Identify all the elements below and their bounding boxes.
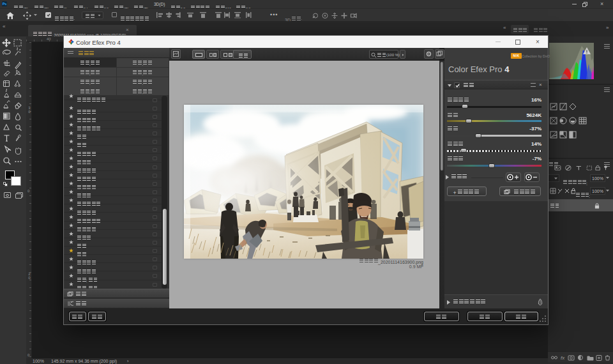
svg-text:fx: fx (561, 355, 565, 361)
